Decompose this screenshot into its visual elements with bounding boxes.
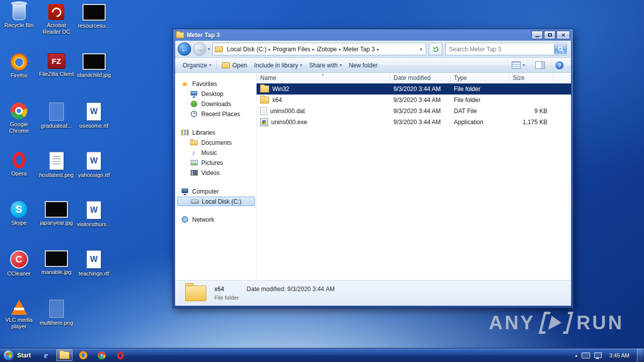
desktop-icon-image[interactable]: resourcesu... — [75, 4, 112, 29]
clock[interactable]: 3:45 AM — [606, 352, 633, 358]
open-label: Open — [232, 62, 247, 69]
nav-item-downloads[interactable]: Downloads — [175, 99, 256, 109]
nav-group-favorites: FavoritesDesktopDownloadsRecent Places — [175, 79, 256, 119]
taskbar-app-opera[interactable] — [112, 349, 128, 361]
forward-button[interactable]: → — [193, 42, 206, 56]
maximize-button[interactable] — [544, 31, 555, 39]
breadcrumb-arrow-icon[interactable] — [376, 47, 380, 52]
details-pane: x64 Date modified: 9/3/2020 3:44 AM File… — [175, 280, 571, 306]
file-name: Win32 — [272, 85, 289, 93]
file-row[interactable]: x649/3/2020 3:44 AMFile folder — [257, 95, 571, 106]
desktop-icon-word[interactable]: visitorsthurs... — [75, 201, 112, 228]
nav-item-desktop[interactable]: Desktop — [175, 89, 256, 99]
nav-item-pictures[interactable]: Pictures — [175, 158, 256, 168]
start-button[interactable]: Start — [0, 348, 36, 362]
taskbar-app-explorer[interactable] — [56, 349, 72, 361]
nav-item-libraries[interactable]: Libraries — [175, 128, 256, 138]
new-folder-button[interactable]: New folder — [345, 60, 381, 70]
nav-item-videos[interactable]: Videos — [175, 168, 256, 178]
window-folder-icon — [176, 32, 184, 38]
desktop-icon-ghost[interactable]: multihere.png — [38, 300, 75, 326]
desktop-icon-firefox[interactable]: Firefox — [1, 53, 37, 79]
column-header-date-modified[interactable]: Date modified — [390, 73, 450, 83]
file-row[interactable]: Win329/3/2020 3:44 AMFile folder — [257, 83, 571, 95]
desktop-icon-opera[interactable]: Opera — [1, 152, 37, 177]
file-name-cell: Win32 — [257, 83, 390, 95]
include-in-library-button[interactable]: Include in library — [251, 60, 305, 70]
taskbar-app-firefox[interactable] — [75, 349, 91, 361]
nav-item-computer[interactable]: Computer — [175, 187, 256, 197]
file-row[interactable]: unins000.dat9/3/2020 3:44 AMDAT File9 KB — [257, 106, 571, 117]
file-size-cell — [509, 95, 553, 106]
minimize-button[interactable] — [531, 31, 543, 39]
share-with-button[interactable]: Share with — [305, 60, 345, 70]
search-input[interactable] — [446, 46, 554, 53]
libraries-icon — [181, 129, 190, 137]
nav-item-label: Music — [201, 149, 217, 156]
desktop-icon-ccleaner[interactable]: CCleaner — [1, 250, 37, 277]
watermark-text-right: RUN — [577, 312, 624, 334]
breadcrumb-item[interactable]: Local Disk (C:) — [225, 46, 268, 53]
desktop-icon-image[interactable]: japanyear.jpg — [38, 201, 75, 226]
breadcrumb-item[interactable]: Meter Tap 3 — [342, 46, 376, 53]
keyboard-tray-icon[interactable] — [582, 352, 590, 358]
desktop-icon-image[interactable]: manable.jpg — [38, 250, 75, 276]
search-button[interactable] — [554, 44, 567, 54]
nav-pane: FavoritesDesktopDownloadsRecent PlacesLi… — [175, 73, 257, 280]
back-button[interactable]: ← — [178, 42, 191, 56]
desktop-icon-label: standchild.jpg — [77, 72, 111, 78]
nav-item-label: Favorites — [192, 80, 217, 87]
column-header-size[interactable]: Size — [509, 73, 553, 83]
desktop-icon-acrobat[interactable]: Acrobat Reader DC — [38, 4, 75, 35]
history-dropdown-icon[interactable]: ▾ — [206, 47, 212, 51]
desktop-icon-image[interactable]: standchild.jpg — [75, 53, 112, 78]
file-list: Win329/3/2020 3:44 AMFile folderx649/3/2… — [257, 83, 571, 280]
desktop-icon-word[interactable]: teachingn.rtf — [75, 250, 112, 277]
open-button[interactable]: Open — [218, 60, 251, 70]
taskbar-app-ie[interactable] — [38, 349, 54, 361]
nav-item-disk[interactable]: Local Disk (C:) — [177, 197, 255, 206]
desktop-icon-label: Acrobat Reader DC — [38, 22, 75, 35]
file-row[interactable]: unins000.exe9/3/2020 3:44 AMApplication1… — [257, 117, 571, 128]
show-desktop-button[interactable] — [637, 348, 643, 362]
preview-pane-button[interactable] — [532, 60, 548, 70]
column-header-label: Name — [260, 74, 276, 81]
desktop-icon-word[interactable]: yahoosign.rtf — [75, 152, 112, 178]
column-header-label: Date modified — [393, 74, 431, 81]
organize-button[interactable]: Organize — [179, 60, 215, 70]
desktop-icon-vlc[interactable]: VLC media player — [1, 300, 37, 330]
address-bar[interactable]: Local Disk (C:)Program FilesiZotopeMeter… — [212, 43, 426, 55]
change-view-button[interactable] — [508, 60, 528, 70]
window-titlebar[interactable]: Meter Tap 3 — [175, 29, 572, 41]
close-button[interactable] — [556, 31, 570, 39]
nav-item-music[interactable]: Music — [175, 148, 256, 158]
help-button[interactable] — [552, 60, 567, 71]
breadcrumb-item[interactable]: Program Files — [271, 46, 312, 53]
column-header-type[interactable]: Type — [450, 73, 509, 83]
desktop-icon-word[interactable]: usesome.rtf — [75, 103, 112, 129]
desktop-icon-recycle[interactable]: Recycle Bin — [1, 4, 37, 29]
nav-item-network[interactable]: Network — [175, 215, 256, 225]
nav-item-label: Libraries — [192, 129, 215, 136]
nav-item-documents[interactable]: Documents — [175, 138, 256, 148]
desktop-icon-filezilla[interactable]: FileZilla Client — [38, 53, 75, 77]
column-header-name[interactable]: ▲Name — [257, 73, 390, 83]
details-folder-icon — [185, 286, 206, 301]
breadcrumb-item[interactable]: iZotope — [315, 46, 338, 53]
taskbar-app-chrome[interactable] — [94, 349, 110, 361]
network-tray-icon[interactable] — [594, 352, 602, 358]
nav-item-recent[interactable]: Recent Places — [175, 109, 256, 119]
tray-overflow-icon[interactable]: ▴ — [575, 353, 578, 358]
desktop-icon-label: graduateaf... — [41, 123, 72, 129]
nav-item-favorites[interactable]: Favorites — [175, 79, 256, 89]
new-folder-label: New folder — [349, 62, 377, 69]
favorites-icon — [181, 80, 190, 88]
desktop-icon-skype[interactable]: Skype — [1, 201, 37, 226]
image-icon — [45, 201, 68, 218]
refresh-button[interactable] — [429, 43, 442, 55]
desktop-icon-chrome[interactable]: Google Chrome — [1, 103, 37, 134]
address-dropdown-icon[interactable] — [417, 47, 425, 52]
videos-icon — [190, 169, 199, 177]
desktop-icon-page[interactable]: hostlatest.png — [38, 152, 75, 178]
desktop-icon-ghost[interactable]: graduateaf... — [38, 103, 75, 129]
